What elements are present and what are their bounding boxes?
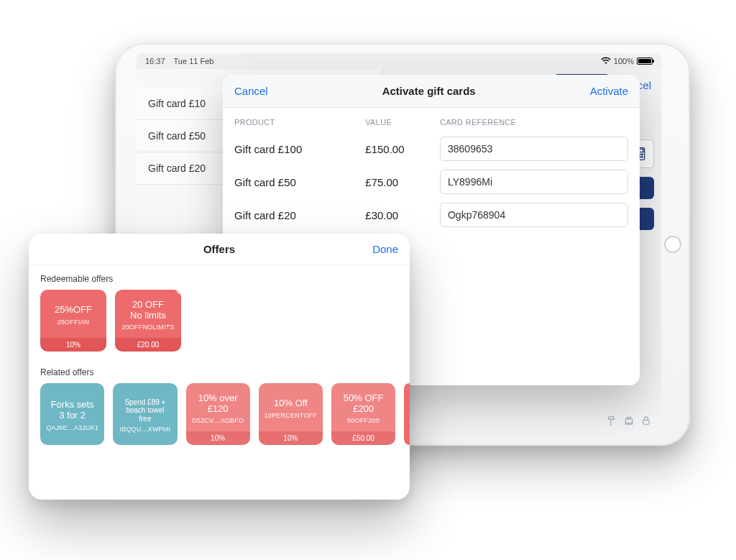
scanner-icon[interactable]	[607, 416, 617, 427]
giftcards-table: PRODUCT VALUE CARD REFERENCE Gift card £…	[223, 108, 640, 231]
register-icon[interactable]	[624, 416, 634, 427]
battery-percent: 100%	[614, 57, 634, 65]
modal-title: Activate gift cards	[382, 85, 476, 97]
offer-code: IBQQU…XWPMI	[117, 426, 172, 433]
offer-tile-overflow[interactable]	[404, 383, 410, 445]
table-row: Gift card £100 £150.00	[234, 132, 628, 165]
offer-code: 25OFFIAN	[45, 318, 102, 326]
offer-tile[interactable]: 10% over £120 D5ZCV…AGBFO 10%	[186, 383, 250, 445]
offer-tile[interactable]: 25%OFF 25OFFIAN 10%	[40, 290, 106, 352]
status-bar: 16:37 Tue 11 Feb 100%	[137, 53, 661, 69]
offer-footer: 10%	[186, 431, 250, 445]
lock-icon[interactable]	[641, 416, 651, 427]
offer-footer: £50.00	[331, 431, 395, 445]
offers-popover: Offers Done Redeemable offers 25%OFF 25O…	[29, 234, 410, 500]
offer-title: Spend £89 + beach towel free	[117, 398, 172, 423]
footer-icon-group	[607, 416, 651, 427]
battery-icon	[637, 58, 653, 65]
offer-title: 10% over £120	[190, 393, 246, 415]
offer-title: Forks sets 3 for 2	[45, 400, 100, 421]
status-time: 16:37	[145, 57, 165, 65]
col-value: VALUE	[365, 118, 431, 127]
redeemable-heading: Redeemable offers	[29, 265, 410, 290]
offer-title: 25%OFF	[45, 305, 102, 316]
offer-title: 10% Off	[263, 398, 318, 409]
cell-value: £150.00	[365, 143, 431, 155]
card-reference-input[interactable]	[440, 170, 628, 194]
status-left: 16:37 Tue 11 Feb	[145, 57, 213, 65]
col-reference: CARD REFERENCE	[440, 118, 628, 127]
cell-value: £30.00	[365, 209, 431, 221]
table-row: Gift card £20 £30.00	[234, 198, 628, 231]
cell-value: £75.00	[365, 176, 431, 188]
cell-product: Gift card £50	[234, 176, 356, 188]
offer-tile[interactable]: 10% Off 10PERCENTOFF 10%	[259, 383, 323, 445]
offer-tile[interactable]: 20 OFF No limits 20OFFNOLIMITS £20.00	[115, 290, 181, 352]
offer-tile[interactable]: Forks sets 3 for 2 QAJ6E…A3JUK1	[40, 383, 104, 445]
offers-header: Offers Done	[29, 234, 410, 265]
offers-title: Offers	[203, 243, 235, 255]
wifi-icon	[601, 57, 611, 65]
svg-point-7	[642, 156, 643, 157]
offer-tile[interactable]: 50% OFF £200 50OFF200 £50.00	[331, 383, 395, 445]
offer-code: 10PERCENTOFF	[263, 412, 318, 419]
svg-rect-9	[627, 417, 631, 418]
modal-cancel-button[interactable]: Cancel	[234, 85, 268, 97]
redeemable-row: 25%OFF 25OFFIAN 10% 20 OFF No limits 20O…	[29, 290, 410, 352]
offer-footer: 10%	[259, 431, 323, 445]
card-reference-input[interactable]	[440, 137, 628, 161]
offer-code: D5ZCV…AGBFO	[190, 417, 246, 424]
related-heading: Related offers	[29, 352, 410, 383]
modal-activate-button[interactable]: Activate	[590, 85, 628, 97]
modal-header: Cancel Activate gift cards Activate	[223, 75, 640, 108]
table-header: PRODUCT VALUE CARD REFERENCE	[234, 111, 628, 132]
status-right: 100%	[601, 57, 653, 65]
ipad-home-button[interactable]	[664, 236, 681, 253]
offer-title: 20 OFF No limits	[119, 300, 177, 321]
table-row: Gift card £50 £75.00	[234, 165, 628, 198]
offer-footer: £20.00	[115, 338, 181, 352]
offer-footer: 10%	[40, 338, 106, 352]
col-product: PRODUCT	[234, 118, 356, 127]
svg-rect-8	[625, 419, 632, 423]
svg-rect-10	[643, 420, 649, 424]
status-date: Tue 11 Feb	[174, 57, 214, 65]
card-reference-input[interactable]	[440, 203, 628, 227]
svg-point-4	[642, 154, 643, 155]
related-row[interactable]: Forks sets 3 for 2 QAJ6E…A3JUK1 Spend £8…	[29, 383, 410, 445]
offer-code: 20OFFNOLIMITS	[119, 323, 177, 331]
cell-product: Gift card £20	[234, 209, 356, 221]
offer-tile[interactable]: Spend £89 + beach towel free IBQQU…XWPMI	[113, 383, 177, 445]
offer-code: QAJ6E…A3JUK1	[45, 424, 100, 431]
cell-product: Gift card £100	[234, 143, 356, 155]
offers-done-button[interactable]: Done	[372, 243, 398, 255]
offer-code: 50OFF200	[336, 417, 391, 424]
offer-title: 50% OFF £200	[336, 393, 391, 415]
